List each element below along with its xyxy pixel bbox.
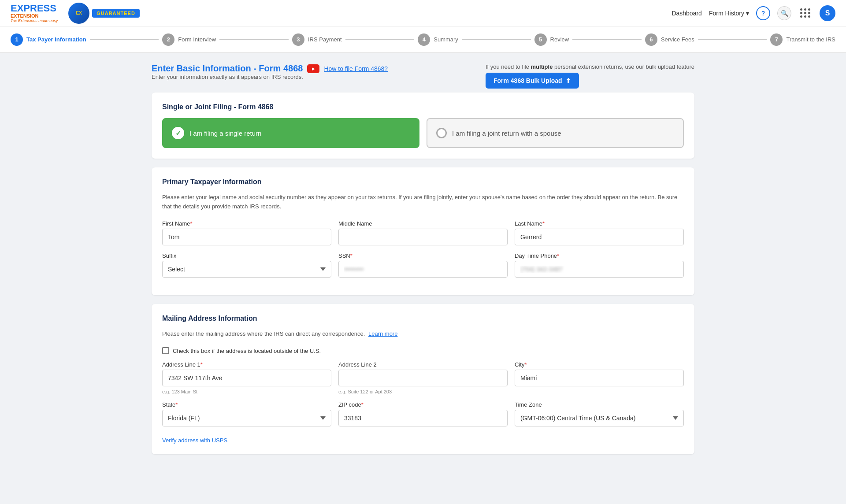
mailing-address-description: Please enter the mailing address where t… [162, 330, 684, 339]
step-7-circle: 7 [770, 33, 783, 46]
step-4-label: Summary [434, 36, 458, 43]
first-name-input[interactable] [162, 229, 331, 245]
stepper: 1 Tax Payer Information 2 Form Interview… [0, 26, 846, 53]
check-icon: ✓ [172, 127, 184, 139]
last-name-input[interactable] [515, 229, 684, 245]
first-name-label: First Name* [162, 220, 331, 227]
grid-menu-button[interactable] [798, 6, 813, 20]
phone-label: Day Time Phone* [515, 252, 684, 259]
city-input[interactable] [515, 370, 684, 386]
bulk-upload-label: Form 4868 Bulk Upload [494, 77, 562, 84]
form-history-nav[interactable]: Form History ▾ [709, 10, 749, 17]
suffix-label: Suffix [162, 252, 331, 259]
single-return-button[interactable]: ✓ I am filing a single return [162, 118, 419, 148]
logo-tagline: Tax Extensions made easy [11, 19, 58, 23]
user-avatar[interactable]: S [820, 5, 835, 21]
joint-return-label: I am filing a joint return with a spouse [452, 130, 561, 137]
middle-name-label: Middle Name [338, 220, 508, 227]
primary-taxpayer-title: Primary Taxpayer Information [162, 178, 684, 186]
step-6-label: Service Fees [661, 36, 694, 43]
shield-icon: EX [68, 3, 89, 24]
phone-input[interactable] [515, 261, 684, 278]
logo-express: EXPRESS [11, 4, 58, 13]
phone-group: Day Time Phone* [515, 252, 684, 278]
address-row-1: Address Line 1* e.g. 123 Main St Address… [162, 361, 684, 394]
filing-type-card: Single or Joint Filing - Form 4868 ✓ I a… [152, 93, 694, 159]
state-group: State* Florida (FL) California (CA) New … [162, 401, 331, 426]
step-3[interactable]: 3 IRS Payment [292, 33, 342, 46]
timezone-group: Time Zone (GMT-06:00) Central Time (US &… [515, 401, 684, 426]
step-7[interactable]: 7 Transmit to the IRS [770, 33, 835, 46]
logo: EXPRESS EXTENSION Tax Extensions made ea… [11, 4, 58, 23]
form-title: Enter Basic Information - Form 4868 [152, 63, 303, 74]
step-5-circle: 5 [534, 33, 547, 46]
single-return-label: I am filing a single return [189, 130, 261, 137]
middle-name-input[interactable] [338, 229, 508, 245]
step-6-circle: 6 [645, 33, 657, 46]
timezone-select[interactable]: (GMT-06:00) Central Time (US & Canada) (… [515, 410, 684, 426]
address-line2-label: Address Line 2 [338, 361, 508, 368]
address-line1-hint: e.g. 123 Main St [162, 389, 331, 394]
zip-label: ZIP code* [338, 401, 508, 408]
address-line2-hint: e.g. Suite 122 or Apt 203 [338, 389, 508, 394]
step-1-label: Tax Payer Information [26, 36, 86, 43]
step-line-1-2 [90, 39, 159, 40]
zip-group: ZIP code* [338, 401, 508, 426]
how-to-link[interactable]: How to file Form 4868? [324, 65, 388, 72]
step-2-label: Form Interview [178, 36, 216, 43]
youtube-icon[interactable] [307, 64, 319, 73]
address-line2-input[interactable] [338, 370, 508, 386]
step-5[interactable]: 5 Review [534, 33, 569, 46]
step-3-label: IRS Payment [308, 36, 342, 43]
step-4[interactable]: 4 Summary [418, 33, 458, 46]
name-row: First Name* Middle Name Last Name* [162, 220, 684, 245]
grid-icon [800, 8, 811, 18]
help-button[interactable]: ? [756, 6, 770, 20]
learn-more-link[interactable]: Learn more [368, 330, 397, 337]
chevron-down-icon: ▾ [746, 10, 749, 17]
app-header: EXPRESS EXTENSION Tax Extensions made ea… [0, 0, 846, 26]
step-line-4-5 [462, 39, 531, 40]
city-label: City* [515, 361, 684, 368]
step-1[interactable]: 1 Tax Payer Information [11, 33, 86, 46]
suffix-select[interactable]: Select Jr. Sr. II III [162, 261, 331, 278]
mailing-address-card: Mailing Address Information Please enter… [152, 304, 694, 455]
outside-us-checkbox[interactable] [162, 347, 169, 354]
form-header: Enter Basic Information - Form 4868 How … [152, 63, 694, 89]
step-line-2-3 [219, 39, 289, 40]
step-2[interactable]: 2 Form Interview [162, 33, 216, 46]
bulk-info-text: If you need to file multiple personal ex… [486, 63, 694, 70]
suffix-group: Suffix Select Jr. Sr. II III [162, 252, 331, 278]
timezone-label: Time Zone [515, 401, 684, 408]
step-line-3-4 [345, 39, 415, 40]
state-select[interactable]: Florida (FL) California (CA) New York (N… [162, 410, 331, 426]
search-icon: 🔍 [781, 10, 788, 17]
city-group: City* [515, 361, 684, 394]
step-line-5-6 [572, 39, 642, 40]
address-line1-input[interactable] [162, 370, 331, 386]
zip-input[interactable] [338, 410, 508, 426]
verify-address-link[interactable]: Verify address with USPS [162, 437, 227, 444]
main-content: Enter Basic Information - Form 4868 How … [141, 53, 705, 474]
form-title-group: Enter Basic Information - Form 4868 How … [152, 63, 388, 74]
step-1-circle: 1 [11, 33, 23, 46]
first-name-group: First Name* [162, 220, 331, 245]
logo-extension: EXTENSION [11, 13, 58, 19]
ssn-input[interactable] [338, 261, 508, 278]
guaranteed-text: GUARANTEED [92, 9, 140, 18]
middle-name-group: Middle Name [338, 220, 508, 245]
ssn-label: SSN* [338, 252, 508, 259]
state-label: State* [162, 401, 331, 408]
joint-return-button[interactable]: I am filing a joint return with a spouse [427, 118, 684, 148]
outside-us-row: Check this box if the address is located… [162, 347, 684, 354]
guaranteed-badge: EX GUARANTEED [68, 3, 140, 24]
dashboard-nav[interactable]: Dashboard [672, 10, 702, 17]
filing-type-title: Single or Joint Filing - Form 4868 [162, 103, 684, 111]
outside-us-label: Check this box if the address is located… [173, 348, 321, 354]
search-button[interactable]: 🔍 [777, 6, 791, 20]
address-row-2: State* Florida (FL) California (CA) New … [162, 401, 684, 426]
ssn-group: SSN* [338, 252, 508, 278]
bulk-upload-button[interactable]: Form 4868 Bulk Upload ⬆ [486, 73, 579, 89]
step-6[interactable]: 6 Service Fees [645, 33, 694, 46]
last-name-label: Last Name* [515, 220, 684, 227]
